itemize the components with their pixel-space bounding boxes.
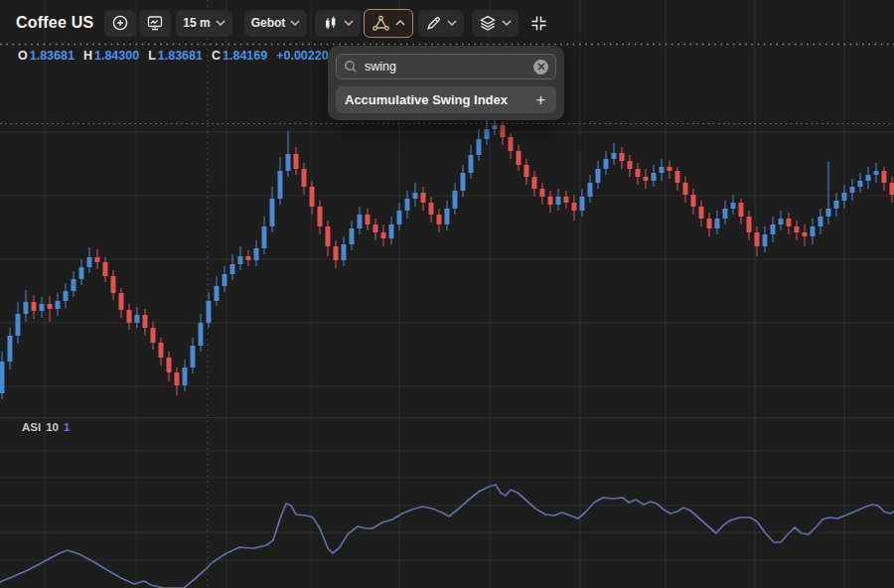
chevron-down-icon <box>344 20 354 26</box>
chevron-down-icon <box>447 20 457 26</box>
clear-x-icon <box>537 63 545 71</box>
chevron-down-icon <box>502 20 512 26</box>
chevron-down-icon <box>216 20 225 26</box>
symbol-title[interactable]: Coffee US <box>16 14 93 32</box>
compare-add-button[interactable] <box>104 10 136 37</box>
indicator-name-label: ASI <box>22 421 41 433</box>
search-result-item[interactable]: Accumulative Swing Index + <box>336 86 556 113</box>
add-indicator-button[interactable]: + <box>536 92 545 108</box>
toolbar: Coffee US 15 m Gebot <box>0 0 894 46</box>
search-icon <box>344 60 358 74</box>
indicators-button[interactable] <box>364 9 413 38</box>
ohlc-value: 1.83681 <box>158 49 203 63</box>
ohlc-label: H <box>83 49 92 63</box>
indicator-search-popup: Accumulative Swing Index + <box>328 46 564 120</box>
indicator-label[interactable]: ASI 10 1 <box>22 421 70 433</box>
layers-icon <box>479 14 497 32</box>
ohlc-value: 1.84300 <box>94 49 139 63</box>
indicator-value: 1 <box>64 421 70 433</box>
add-circle-icon <box>111 14 129 32</box>
timeframe-button[interactable]: 15 m <box>176 10 231 37</box>
search-input[interactable] <box>365 60 526 74</box>
collapse-button[interactable] <box>525 10 552 37</box>
chart-style-button[interactable] <box>315 10 361 37</box>
ohlc-label: L <box>148 49 156 63</box>
collapse-icon <box>529 14 548 33</box>
trading-app: Coffee US 15 m Gebot <box>0 0 894 588</box>
layers-button[interactable] <box>472 10 519 37</box>
pencil-icon <box>425 15 442 32</box>
bid-button[interactable]: Gebot <box>244 10 308 37</box>
chart-display-button[interactable] <box>139 10 171 37</box>
chevron-down-icon <box>290 20 300 26</box>
timeframe-label: 15 m <box>183 16 210 30</box>
ohlc-value: 1.84169 <box>223 49 267 63</box>
bid-label: Gebot <box>251 16 286 30</box>
ohlc-label: C <box>212 49 221 63</box>
ohlc-row: O1.83681H1.84300L1.83681C1.84169+0.00220… <box>18 49 336 63</box>
ohlc-value: 1.83681 <box>30 49 74 63</box>
asi-line-series <box>0 485 894 588</box>
indicator-param: 10 <box>46 421 59 433</box>
clear-search-button[interactable] <box>533 60 548 74</box>
indicator-name: Accumulative Swing Index <box>345 92 508 107</box>
ohlc-label: O <box>18 49 28 63</box>
draw-button[interactable] <box>418 10 464 37</box>
indicators-triangle-icon <box>372 15 390 32</box>
chevron-up-icon <box>395 20 405 26</box>
search-box[interactable] <box>336 54 556 79</box>
chart-display-icon <box>146 14 164 32</box>
candlestick-series <box>0 115 894 399</box>
candles-style-icon <box>322 15 339 32</box>
